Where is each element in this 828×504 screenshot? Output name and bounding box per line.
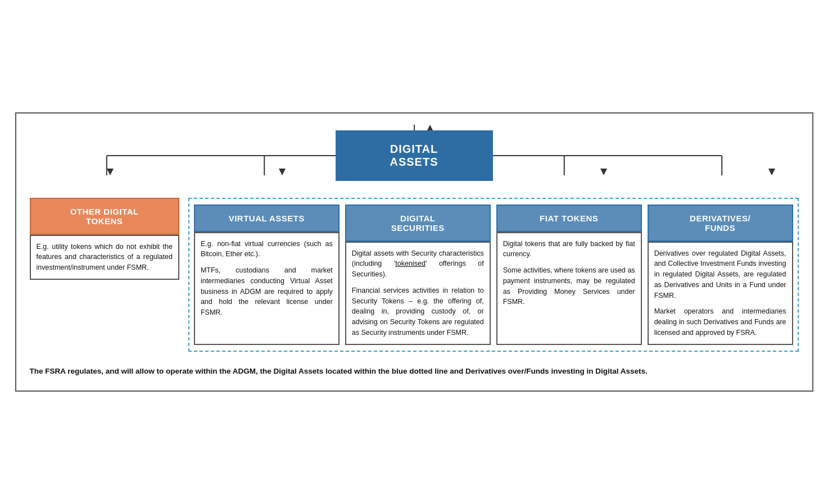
digital-securities-para1: Digital assets with Security characteris…	[352, 249, 484, 279]
other-digital-tokens-content: E.g. utility tokens which do not exhibit…	[30, 235, 179, 280]
branches-container: OTHER DIGITAL TOKENS E.g. utility tokens…	[30, 198, 799, 352]
digital-securities-content: Digital assets with Security characteris…	[345, 242, 491, 345]
virtual-assets-content: E.g. non-fiat virtual currencies (such a…	[194, 232, 340, 345]
other-digital-tokens-col: OTHER DIGITAL TOKENS E.g. utility tokens…	[30, 198, 183, 280]
fiat-tokens-header: FIAT TOKENS	[496, 205, 642, 232]
derivatives-funds-content: Derivatives over regulated Digital Asset…	[648, 242, 793, 345]
other-digital-tokens-header: OTHER DIGITAL TOKENS	[30, 198, 179, 235]
derivatives-funds-col: DERIVATIVES/ FUNDS Derivatives over regu…	[648, 205, 793, 345]
virtual-assets-para1: E.g. non-fiat virtual currencies (such a…	[201, 240, 333, 258]
digital-securities-header: DIGITAL SECURITIES	[345, 205, 491, 242]
root-label: DIGITAL ASSETS	[390, 143, 438, 168]
root-node: DIGITAL ASSETS	[336, 130, 493, 181]
virtual-assets-col: VIRTUAL ASSETS E.g. non-fiat virtual cur…	[194, 205, 340, 345]
fiat-tokens-col: FIAT TOKENS Digital tokens that are full…	[496, 205, 642, 345]
fiat-tokens-para1: Digital tokens that are fully backed by …	[503, 240, 635, 258]
derivatives-funds-para2: Market operators and intermediaries deal…	[654, 306, 786, 338]
outer-border: DIGITAL ASSETS OTHER DIGITAL TOKENS E.g.…	[15, 112, 813, 392]
digital-securities-para2: Financial services activities in relatio…	[352, 285, 484, 338]
derivatives-funds-para1: Derivatives over regulated Digital Asset…	[654, 249, 786, 299]
dotted-group: VIRTUAL ASSETS E.g. non-fiat virtual cur…	[188, 198, 799, 352]
fiat-tokens-para2: Some activities, where tokens are used a…	[503, 265, 635, 307]
diagram-area: DIGITAL ASSETS OTHER DIGITAL TOKENS E.g.…	[30, 125, 799, 378]
fiat-tokens-content: Digital tokens that are fully backed by …	[496, 232, 642, 345]
virtual-assets-para2: MTFs, custodians and market intermediari…	[201, 265, 333, 318]
virtual-assets-header: VIRTUAL ASSETS	[194, 205, 340, 232]
footer-note: The FSRA regulates, and will allow to op…	[30, 365, 799, 378]
derivatives-funds-header: DERIVATIVES/ FUNDS	[648, 205, 793, 242]
digital-securities-col: DIGITAL SECURITIES Digital assets with S…	[345, 205, 491, 345]
